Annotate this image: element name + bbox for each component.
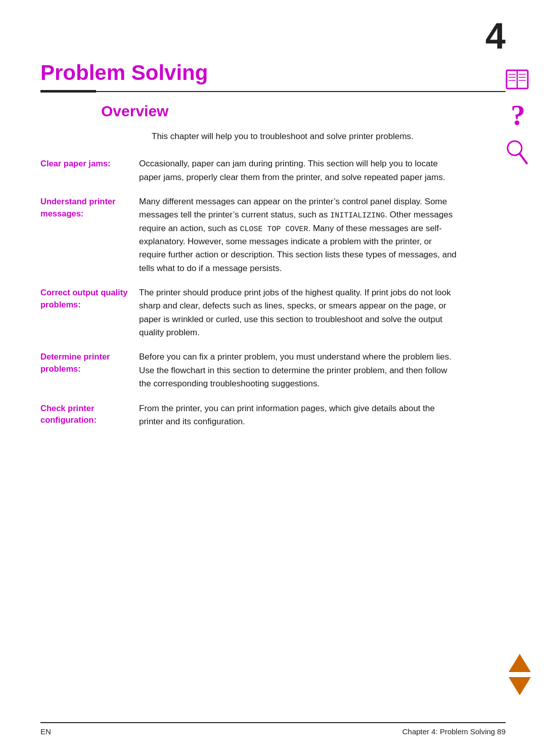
row-output-quality: Correct output quality problems: The pri… — [40, 286, 460, 339]
row-label-determine-problems: Determine printer problems: — [40, 350, 139, 390]
page: 4 ? — [0, 0, 546, 756]
row-label-clear-paper-jams: Clear paper jams: — [40, 157, 139, 184]
svg-text:?: ? — [511, 101, 525, 131]
row-printer-messages: Understand printer messages: Many differ… — [40, 195, 460, 275]
chapter-number: 4 — [485, 15, 506, 57]
arrow-down-icon[interactable] — [509, 677, 531, 695]
code-close-top-cover: CLOSE TOP COVER — [240, 225, 308, 234]
divider-line — [96, 91, 506, 92]
page-title: Problem Solving — [40, 61, 506, 85]
row-content-determine-problems: Before you can fix a printer problem, yo… — [139, 350, 460, 390]
svg-line-10 — [520, 154, 527, 163]
row-determine-problems: Determine printer problems: Before you c… — [40, 350, 460, 390]
code-initializing: INITIALIZING — [330, 211, 385, 220]
question-icon: ? — [504, 102, 531, 129]
book-icon — [504, 66, 531, 93]
row-content-clear-paper-jams: Occasionally, paper can jam during print… — [139, 157, 460, 184]
row-label-output-quality: Correct output quality problems: — [40, 286, 139, 339]
label-text: Correct output quality problems: — [40, 288, 127, 309]
label-text: Understand printer messages: — [40, 197, 116, 218]
row-label-check-printer: Check printer configuration: — [40, 402, 139, 429]
footer: EN Chapter 4: Problem Solving 89 — [40, 722, 506, 736]
label-text: Determine printer problems: — [40, 352, 110, 373]
row-clear-paper-jams: Clear paper jams: Occasionally, paper ca… — [40, 157, 460, 184]
divider-thick — [40, 90, 96, 93]
sidebar-icons: ? — [504, 66, 531, 166]
label-text: Check printer configuration: — [40, 404, 97, 425]
footer-language: EN — [40, 727, 51, 736]
magnify-icon — [504, 139, 531, 166]
row-content-check-printer: From the printer, you can print informat… — [139, 402, 460, 429]
footer-chapter-page: Chapter 4: Problem Solving 89 — [402, 727, 506, 736]
label-text: Clear paper jams: — [40, 159, 110, 168]
navigation-arrows[interactable] — [509, 654, 531, 695]
row-content-output-quality: The printer should produce print jobs of… — [139, 286, 460, 339]
title-divider — [40, 90, 506, 93]
row-check-printer: Check printer configuration: From the pr… — [40, 402, 460, 429]
intro-paragraph: This chapter will help you to troublesho… — [152, 130, 460, 143]
section-title: Overview — [101, 103, 506, 120]
arrow-up-icon[interactable] — [509, 654, 531, 672]
row-content-printer-messages: Many different messages can appear on th… — [139, 195, 460, 275]
row-label-printer-messages: Understand printer messages: — [40, 195, 139, 275]
